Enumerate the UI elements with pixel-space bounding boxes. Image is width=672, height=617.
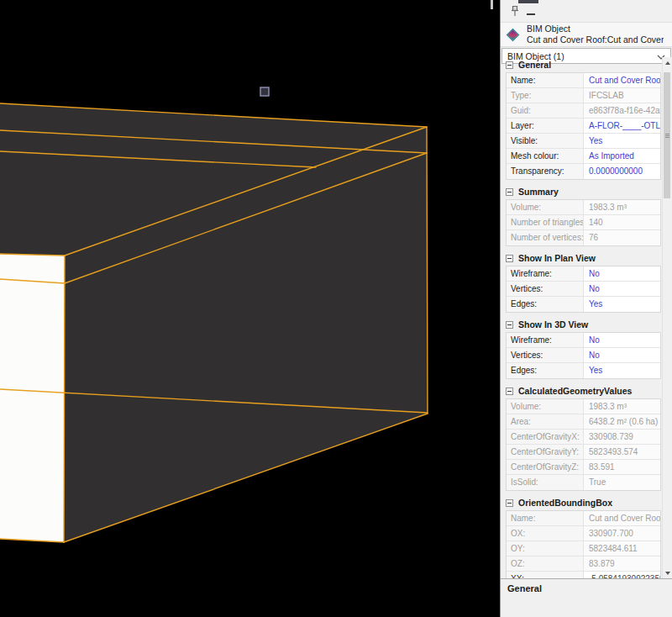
table-row: Area:6438.2 m² (0.6 ha) — [507, 414, 660, 430]
property-label: Type: — [507, 88, 584, 103]
pin-icon[interactable] — [510, 5, 520, 18]
property-value: True — [584, 475, 660, 490]
property-label: OX: — [507, 526, 584, 541]
property-value[interactable]: No — [584, 282, 660, 296]
table-row: OY:5823484.611 — [507, 541, 660, 556]
3d-scene — [0, 0, 500, 617]
property-label: Vertices: — [507, 282, 584, 296]
property-value[interactable]: Yes — [584, 363, 660, 378]
section-rows: Volume:1983.3 m³Area:6438.2 m² (0.6 ha)C… — [506, 398, 661, 491]
minus-box-icon[interactable] — [506, 188, 513, 196]
minus-box-icon[interactable] — [506, 321, 513, 329]
3d-viewport[interactable] — [0, 0, 500, 617]
property-label: Volume: — [507, 200, 584, 214]
property-value: 330908.739 — [584, 430, 660, 444]
table-row: Wireframe:No — [507, 333, 660, 348]
table-row: CenterOfGravityZ:83.591 — [507, 460, 660, 475]
section-header-general[interactable]: General — [506, 59, 661, 71]
property-value: e863f78a-f16e-42af-a — [584, 103, 660, 118]
property-value: 1983.3 m³ — [584, 200, 660, 214]
vertex-marker[interactable] — [260, 87, 269, 96]
minus-box-icon[interactable] — [506, 388, 513, 395]
property-label: Edges: — [507, 297, 584, 312]
property-grid: GeneralName:Cut and Cover RoofCType:IFCS… — [501, 57, 672, 578]
table-row: Wireframe:No — [507, 266, 660, 282]
table-row: Layer:A-FLOR-____-OTLN — [507, 119, 660, 134]
section-rows: Name:Cut and Cover RoofCOX:330907.700OY:… — [506, 510, 661, 578]
property-label: Visible: — [507, 134, 584, 148]
bim-object-gem-icon — [506, 28, 520, 42]
property-label: Vertices: — [507, 348, 584, 362]
table-row: Visible:Yes — [507, 134, 660, 149]
minus-box-icon[interactable] — [506, 499, 513, 507]
table-row: Number of triangles:140 — [507, 215, 660, 230]
property-label: Mesh colour: — [507, 149, 584, 163]
table-row: Type:IFCSLAB — [507, 88, 660, 103]
minimize-icon[interactable] — [527, 13, 535, 15]
section-title: OrientedBoundingBox — [518, 498, 612, 508]
property-label: Number of triangles: — [507, 215, 584, 229]
section-rows: Name:Cut and Cover RoofCType:IFCSLABGuid… — [506, 72, 661, 180]
scrollbar-thumb[interactable] — [664, 72, 670, 198]
property-value[interactable]: A-FLOR-____-OTLN — [584, 119, 660, 133]
property-value: 83.879 — [584, 556, 660, 571]
table-row: Name:Cut and Cover RoofC — [507, 73, 660, 88]
property-value[interactable]: Yes — [584, 134, 660, 148]
property-value: 5823493.574 — [584, 445, 660, 459]
table-row: Volume:1983.3 m³ — [507, 399, 660, 414]
panel-titlebar — [501, 0, 672, 22]
section-header-summary[interactable]: Summary — [506, 186, 661, 198]
property-value: 5823484.611 — [584, 541, 660, 556]
property-value[interactable]: Cut and Cover RoofC — [584, 73, 660, 87]
property-value: 6438.2 m² (0.6 ha) — [584, 414, 660, 429]
arrow-up-icon[interactable] — [663, 57, 672, 68]
section-summary: SummaryVolume:1983.3 m³Number of triangl… — [506, 186, 661, 246]
property-value[interactable]: No — [584, 266, 660, 281]
property-label: OY: — [507, 541, 584, 556]
arrow-down-icon[interactable] — [663, 567, 672, 578]
table-row: Number of vertices:76 — [507, 230, 660, 245]
section-header-calculatedgeometryvalues[interactable]: CalculatedGeometryValues — [506, 385, 661, 397]
minus-box-icon[interactable] — [506, 61, 513, 69]
section-header-show-in-plan-view[interactable]: Show In Plan View — [506, 252, 661, 264]
property-value: Cut and Cover RoofC — [584, 511, 660, 525]
section-header-show-in-3d-view[interactable]: Show In 3D View — [506, 319, 661, 330]
property-value: 76 — [584, 230, 660, 245]
section-title: Show In 3D View — [518, 319, 588, 330]
table-row: Edges:Yes — [507, 297, 660, 312]
app-window: BIM Object Cut and Cover Roof:Cut and Co… — [0, 0, 672, 617]
section-header-orientedboundingbox[interactable]: OrientedBoundingBox — [506, 497, 661, 509]
property-value[interactable]: Yes — [584, 297, 660, 312]
table-row: Volume:1983.3 m³ — [507, 200, 660, 215]
property-value: 330907.700 — [584, 526, 660, 541]
section-calculatedgeometryvalues: CalculatedGeometryValuesVolume:1983.3 m³… — [506, 385, 661, 491]
property-value: 83.591 — [584, 460, 660, 474]
property-label: CenterOfGravityY: — [507, 445, 584, 459]
property-label: Layer: — [507, 119, 584, 133]
section-title: Summary — [518, 187, 559, 197]
property-label: Area: — [507, 414, 584, 429]
table-row: CenterOfGravityY:5823493.574 — [507, 445, 660, 460]
table-row: Name:Cut and Cover RoofC — [507, 511, 660, 526]
section-general: GeneralName:Cut and Cover RoofCType:IFCS… — [506, 59, 661, 180]
property-value[interactable]: No — [584, 348, 660, 362]
property-label: CenterOfGravityX: — [507, 430, 584, 444]
section-show-in-plan-view: Show In Plan ViewWireframe:NoVertices:No… — [506, 252, 661, 313]
property-label: Guid: — [507, 103, 584, 118]
section-title: Show In Plan View — [518, 253, 596, 263]
property-value[interactable]: 0.0000000000 — [584, 164, 660, 179]
object-header: BIM Object Cut and Cover Roof:Cut and Co… — [501, 22, 672, 47]
property-label: Transparency: — [507, 164, 584, 179]
property-value[interactable]: As Imported — [584, 149, 660, 163]
property-label: Edges: — [507, 363, 584, 378]
minus-box-icon[interactable] — [506, 255, 513, 262]
property-label: Volume: — [507, 399, 584, 414]
property-value[interactable]: No — [584, 333, 660, 347]
property-grid-sections: GeneralName:Cut and Cover RoofCType:IFCS… — [506, 59, 661, 578]
property-label: OZ: — [507, 556, 584, 571]
property-label: Wireframe: — [507, 266, 584, 281]
description-title: General — [507, 583, 542, 593]
scrollbar[interactable] — [662, 57, 672, 578]
viewport-edge-sliver — [491, 0, 493, 9]
property-label: Number of vertices: — [507, 230, 584, 245]
